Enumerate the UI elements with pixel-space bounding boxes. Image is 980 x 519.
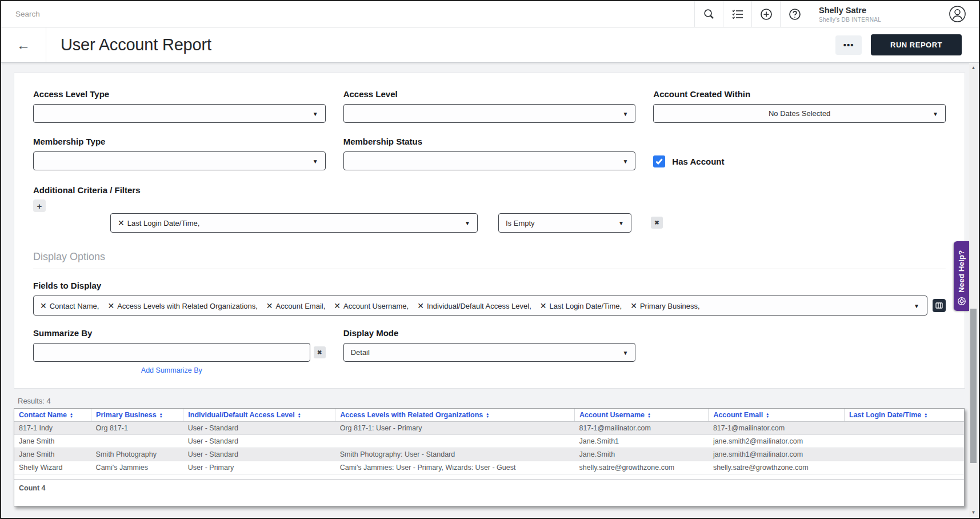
app-window: Shelly Satre Shelly's DB INTERNAL ← User… [0, 0, 980, 519]
sort-icon: ▲▼ [766, 413, 769, 418]
access-level-dropdown[interactable]: ▼ [343, 104, 636, 123]
content-area: Access Level Type ▼ Access Level ▼ Accou… [1, 63, 979, 506]
remove-token-icon[interactable]: ✕ [334, 301, 341, 310]
table-cell: jane.smith1@mailinator.com [709, 448, 845, 461]
need-help-label: Need Help? [957, 250, 966, 293]
membership-status-dropdown[interactable]: ▼ [343, 151, 636, 170]
vertical-scrollbar[interactable]: ▲ ▼ [969, 63, 978, 517]
user-org: Shelly's DB INTERNAL [819, 17, 884, 23]
fields-to-display-label: Fields to Display [33, 281, 946, 290]
column-header[interactable]: Account Email▲▼ [709, 409, 845, 422]
summarize-by-label: Summarize By [33, 328, 326, 338]
scroll-down-arrow[interactable]: ▼ [969, 508, 978, 517]
field-access-level-type: Access Level Type ▼ [33, 89, 326, 123]
access-level-type-dropdown[interactable]: ▼ [33, 104, 326, 123]
table-row[interactable]: 817-1 IndyOrg 817-1User - StandardOrg 81… [14, 422, 964, 435]
remove-token-icon[interactable]: ✕ [118, 218, 125, 227]
account-created-within-dropdown[interactable]: No Dates Selected ▼ [653, 104, 946, 123]
display-options-title: Display Options [33, 251, 946, 263]
column-layout-button[interactable] [933, 299, 946, 312]
account-created-within-value: No Dates Selected [769, 109, 830, 118]
field-summarize-by: Summarize By ✖ Add Summarize By [33, 328, 326, 374]
results-table-container: Contact Name▲▼Primary Business▲▼Individu… [14, 408, 965, 506]
scrollbar-thumb[interactable] [970, 309, 977, 463]
table-row[interactable]: Jane SmithUser - StandardJane.Smith1jane… [14, 435, 964, 448]
user-info[interactable]: Shelly Satre Shelly's DB INTERNAL [809, 1, 894, 27]
chevron-down-icon: ▼ [618, 220, 624, 226]
fields-to-display-multiselect[interactable]: ✕Contact Name,✕Access Levels with Relate… [33, 296, 927, 316]
chevron-down-icon: ▼ [622, 158, 628, 164]
field-display-mode: Display Mode Detail ▼ [343, 328, 636, 374]
has-account-checkbox[interactable] [653, 155, 665, 167]
divider [33, 269, 946, 269]
sort-icon: ▲▼ [70, 413, 73, 418]
remove-token-icon[interactable]: ✕ [40, 301, 47, 310]
remove-token-icon[interactable]: ✕ [417, 301, 424, 310]
account-created-within-label: Account Created Within [653, 89, 946, 99]
remove-token-icon[interactable]: ✕ [540, 301, 547, 310]
clear-summarize-button[interactable]: ✖ [314, 346, 326, 358]
need-help-tab[interactable]: Need Help? [954, 241, 969, 311]
table-cell: Cami's Jammies: User - Primary, Wizards:… [335, 461, 575, 474]
field-token: ✕Primary Business, [630, 301, 699, 310]
checklist-icon[interactable] [723, 1, 751, 27]
criteria-operator-value: Is Empty [506, 219, 535, 227]
table-cell: 817-1 Indy [14, 422, 91, 435]
table-row[interactable]: Shelly WizardCami's JammiesUser - Primar… [14, 461, 964, 474]
topbar-actions: Shelly Satre Shelly's DB INTERNAL [694, 1, 979, 27]
column-header[interactable]: Access Levels with Related Organizations… [335, 409, 575, 422]
table-cell [845, 435, 964, 448]
display-mode-dropdown[interactable]: Detail ▼ [343, 343, 636, 362]
run-report-button[interactable]: RUN REPORT [871, 34, 962, 55]
add-summarize-by-link[interactable]: Add Summarize By [33, 366, 310, 374]
table-cell: shelly.satre@growthzone.com [709, 461, 845, 474]
header-actions: ••• RUN REPORT [835, 34, 979, 55]
avatar[interactable] [894, 1, 979, 27]
summarize-by-input[interactable] [33, 343, 310, 362]
count-label: Count 4 [14, 480, 964, 506]
membership-type-dropdown[interactable]: ▼ [33, 151, 326, 170]
more-options-button[interactable]: ••• [835, 35, 862, 55]
column-header[interactable]: Individual/Default Access Level▲▼ [183, 409, 335, 422]
criteria-field-dropdown[interactable]: ✕Last Login Date/Time, ▼ [110, 213, 478, 233]
table-cell: Smith Photography: User - Standard [335, 448, 575, 461]
display-mode-value: Detail [351, 348, 370, 357]
sort-icon: ▲▼ [159, 413, 163, 418]
access-level-label: Access Level [343, 89, 636, 99]
sort-icon: ▲▼ [647, 413, 651, 418]
display-mode-label: Display Mode [343, 328, 636, 338]
column-header[interactable]: Account Username▲▼ [575, 409, 709, 422]
user-name: Shelly Satre [819, 6, 884, 15]
field-token: ✕Access Levels with Related Organization… [107, 301, 257, 310]
field-account-created-within: Account Created Within No Dates Selected… [653, 89, 946, 123]
chevron-down-icon: ▼ [933, 110, 938, 117]
table-cell [845, 461, 964, 474]
sort-icon: ▲▼ [924, 413, 927, 418]
column-header[interactable]: Primary Business▲▼ [91, 409, 183, 422]
remove-token-icon[interactable]: ✕ [107, 301, 114, 310]
field-access-level: Access Level ▼ [343, 89, 636, 123]
column-header[interactable]: Contact Name▲▼ [14, 409, 91, 422]
field-token: ✕Individual/Default Access Level, [417, 301, 531, 310]
scroll-up-arrow[interactable]: ▲ [969, 63, 978, 72]
remove-token-icon[interactable]: ✕ [266, 301, 273, 310]
table-cell: User - Primary [183, 461, 335, 474]
table-row[interactable]: Jane SmithSmith PhotographyUser - Standa… [14, 448, 964, 461]
table-cell: Jane.Smith [575, 448, 709, 461]
column-header[interactable]: Last Login Date/Time▲▼ [845, 409, 964, 422]
table-cell: 817-1@mailinator.com [709, 422, 845, 435]
add-criteria-button[interactable]: + [33, 199, 46, 212]
back-button[interactable]: ← [1, 27, 46, 62]
spacer-row [14, 474, 964, 480]
back-arrow-icon: ← [17, 37, 30, 53]
add-icon[interactable] [751, 1, 780, 27]
criteria-operator-dropdown[interactable]: Is Empty ▼ [498, 213, 631, 233]
table-cell: Shelly Wizard [14, 461, 91, 474]
field-token: ✕Account Username, [334, 301, 409, 310]
remove-criteria-button[interactable]: ✖ [651, 217, 663, 229]
help-icon[interactable] [780, 1, 809, 27]
remove-token-icon[interactable]: ✕ [630, 301, 637, 310]
search-icon[interactable] [694, 1, 723, 27]
search-input[interactable] [15, 1, 694, 27]
criteria-field-token: ✕Last Login Date/Time, [118, 218, 199, 227]
